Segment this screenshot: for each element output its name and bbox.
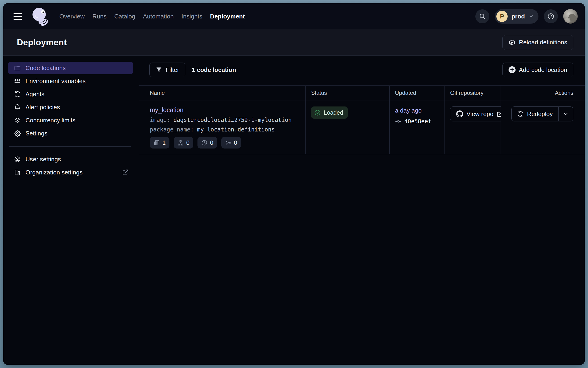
- schedules-count-badge[interactable]: 0: [198, 137, 217, 148]
- nav-item-runs[interactable]: Runs: [92, 13, 107, 20]
- external-link-icon: [122, 169, 129, 175]
- sidebar-item-environment-variables[interactable]: Environment variables: [8, 75, 133, 87]
- sidebar-item-label: Agents: [26, 91, 44, 98]
- code-location-link[interactable]: my_location: [150, 106, 183, 114]
- search-button[interactable]: [475, 9, 489, 23]
- redeploy-icon: [517, 111, 524, 117]
- view-repo-label: View repo: [466, 110, 493, 118]
- page-title: Deployment: [17, 37, 67, 47]
- sidebar-item-organization-settings[interactable]: Organization settings: [8, 166, 133, 179]
- layers-icon: [14, 117, 21, 124]
- assets-count-badge[interactable]: 1: [150, 137, 170, 148]
- schedules-icon: [201, 140, 208, 146]
- assets-icon: [153, 140, 160, 146]
- updated-time-link[interactable]: a day ago: [395, 107, 422, 114]
- folder-icon: [14, 65, 21, 72]
- hamburger-menu-button[interactable]: [14, 13, 24, 20]
- sidebar-item-label: Organization settings: [26, 169, 83, 176]
- agents-icon: [14, 91, 21, 98]
- sidebar-item-concurrency-limits[interactable]: Concurrency limits: [8, 114, 133, 127]
- column-header-git-repository: Git repository: [445, 86, 501, 100]
- user-avatar[interactable]: [563, 9, 578, 24]
- sensors-count-badge[interactable]: 0: [221, 137, 241, 148]
- image-value: dagstercodelocati…2759-1-mylocation: [173, 117, 292, 123]
- code-locations-panel: Filter 1 code location Add code location…: [139, 55, 585, 365]
- sidebar-item-code-locations[interactable]: Code locations: [8, 62, 133, 74]
- reload-definitions-button[interactable]: Reload definitions: [503, 35, 573, 50]
- navbar-right-cluster: P prod: [475, 9, 578, 24]
- commit-row: 40e58eef: [395, 118, 445, 125]
- jobs-count: 0: [186, 139, 190, 146]
- column-header-actions: Actions: [501, 86, 585, 100]
- status-badge: Loaded: [311, 106, 348, 119]
- definition-counts: 1 0: [150, 137, 305, 148]
- assets-count: 1: [162, 139, 166, 146]
- name-cell: my_location image: dagstercodelocati…275…: [139, 101, 305, 154]
- building-icon: [14, 169, 21, 176]
- sidebar-item-label: Code locations: [26, 64, 66, 72]
- commit-hash: 40e58eef: [404, 118, 431, 125]
- package-name-label: package_name:: [150, 126, 194, 133]
- redeploy-menu-button[interactable]: [559, 107, 573, 121]
- table-header-row: Name Status Updated Git repository Actio…: [139, 86, 585, 101]
- chevron-down-icon: [563, 111, 569, 117]
- top-navbar: Overview Runs Catalog Automation Insight…: [3, 3, 585, 29]
- env-vars-icon: [14, 78, 21, 84]
- sidebar-item-label: Environment variables: [26, 78, 85, 85]
- updated-cell: a day ago 40e58eef: [389, 101, 445, 154]
- code-locations-table: Name Status Updated Git repository Actio…: [139, 85, 585, 154]
- actions-cell: Redeploy: [501, 101, 585, 154]
- redeploy-split-button: Redeploy: [511, 106, 573, 121]
- gear-icon: [14, 130, 21, 137]
- environment-switcher[interactable]: P prod: [495, 9, 539, 24]
- redeploy-button[interactable]: Redeploy: [512, 107, 559, 121]
- image-label: image:: [150, 117, 170, 123]
- package-meta: package_name: my_location.definitions: [150, 126, 305, 133]
- nav-item-overview[interactable]: Overview: [59, 13, 85, 20]
- table-row: my_location image: dagstercodelocati…275…: [139, 101, 585, 154]
- sensors-count: 0: [234, 139, 237, 146]
- add-code-location-button[interactable]: Add code location: [503, 63, 573, 77]
- nav-item-insights[interactable]: Insights: [181, 13, 202, 20]
- sidebar-item-agents[interactable]: Agents: [8, 88, 133, 101]
- help-icon: [547, 13, 554, 20]
- redeploy-label: Redeploy: [527, 110, 553, 118]
- sidebar-item-label: Concurrency limits: [26, 117, 76, 124]
- sidebar-item-label: User settings: [26, 156, 61, 163]
- code-location-count: 1 code location: [192, 66, 236, 74]
- code-locations-toolbar: Filter 1 code location Add code location: [139, 55, 585, 77]
- add-code-location-label: Add code location: [519, 66, 567, 74]
- nav-item-automation[interactable]: Automation: [143, 13, 174, 20]
- primary-nav: Overview Runs Catalog Automation Insight…: [59, 13, 245, 20]
- view-repo-button[interactable]: View repo: [450, 106, 501, 121]
- commit-icon: [395, 118, 401, 125]
- sensors-icon: [225, 140, 231, 146]
- sidebar-item-user-settings[interactable]: User settings: [8, 153, 133, 166]
- nav-item-catalog[interactable]: Catalog: [114, 13, 135, 20]
- check-circle-icon: [314, 109, 321, 116]
- filter-label: Filter: [166, 66, 179, 74]
- sidebar-item-label: Alert policies: [26, 104, 60, 111]
- github-icon: [456, 110, 463, 118]
- chevron-down-icon: [529, 14, 534, 19]
- filter-icon: [155, 66, 162, 73]
- help-button[interactable]: [544, 9, 558, 23]
- git-repository-cell: View repo: [445, 101, 501, 154]
- dagster-logo-icon[interactable]: [30, 6, 50, 27]
- bell-icon: [14, 104, 21, 111]
- plus-circle-icon: [509, 66, 516, 73]
- environment-badge: P: [496, 11, 508, 22]
- column-header-status: Status: [305, 86, 389, 100]
- user-icon: [14, 156, 21, 163]
- app-window: Overview Runs Catalog Automation Insight…: [3, 3, 585, 365]
- status-cell: Loaded: [305, 101, 389, 154]
- sidebar-item-settings[interactable]: Settings: [8, 127, 133, 140]
- sidebar-item-alert-policies[interactable]: Alert policies: [8, 101, 133, 113]
- jobs-count-badge[interactable]: 0: [174, 137, 193, 148]
- external-link-icon: [497, 110, 501, 118]
- nav-item-deployment[interactable]: Deployment: [210, 13, 245, 20]
- status-label: Loaded: [324, 109, 343, 116]
- jobs-icon: [177, 140, 184, 146]
- filter-button[interactable]: Filter: [149, 63, 185, 77]
- reload-definitions-label: Reload definitions: [519, 39, 567, 46]
